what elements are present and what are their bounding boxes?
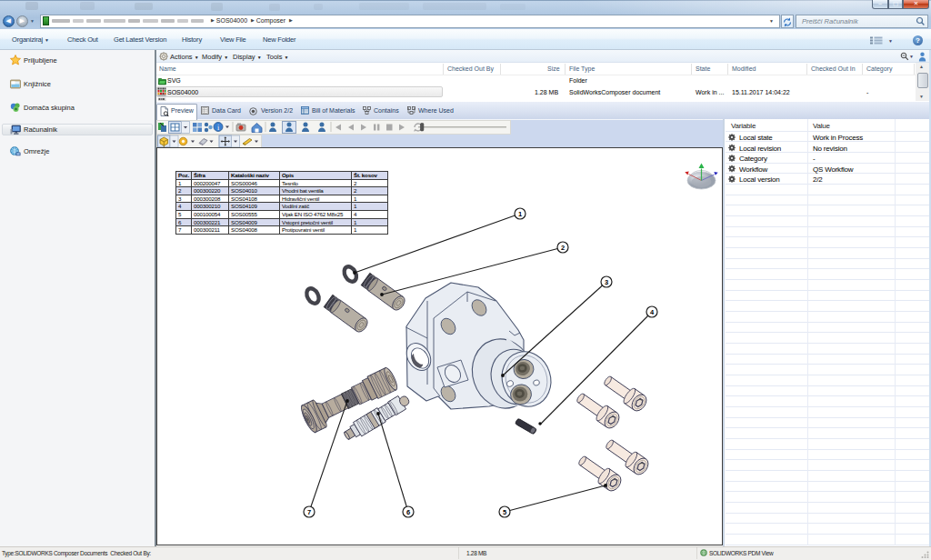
svg-text:1: 1 xyxy=(517,209,521,217)
svg-text:6: 6 xyxy=(405,507,409,515)
svg-text:7: 7 xyxy=(306,507,310,515)
svg-text:5: 5 xyxy=(502,507,506,515)
svg-text:2: 2 xyxy=(560,243,564,251)
svg-text:3: 3 xyxy=(604,277,607,285)
